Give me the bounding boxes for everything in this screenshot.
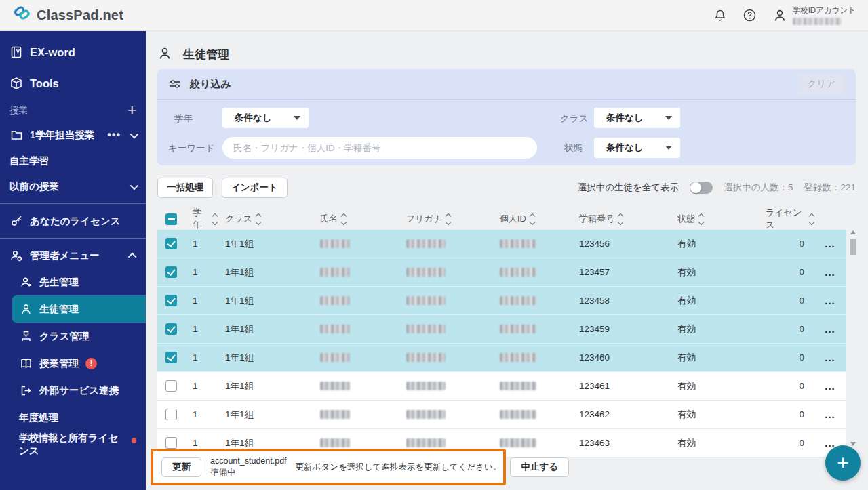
admin-icon	[9, 249, 23, 262]
row-menu-icon[interactable]: ...	[814, 323, 846, 335]
import-button[interactable]: インポート	[222, 178, 288, 198]
clear-filter-button[interactable]: クリア	[798, 74, 845, 94]
row-checkbox[interactable]	[165, 437, 177, 449]
sidebar-item-grade1-classes[interactable]: 1学年担当授業•••	[0, 122, 146, 148]
sidebar-item-ex-word[interactable]: EX-word	[0, 37, 146, 68]
more-options-icon[interactable]: •••	[107, 129, 121, 140]
class-icon	[19, 329, 33, 343]
scroll-up-arrow-icon[interactable]	[850, 230, 856, 234]
column-header[interactable]: クラス	[217, 213, 312, 225]
class-filter-label: クラス	[560, 113, 588, 125]
sort-icon[interactable]	[810, 214, 814, 224]
status-cell: 有効	[669, 266, 757, 279]
class-filter-select[interactable]: 条件なし	[594, 108, 680, 128]
column-header[interactable]: 個人ID	[492, 213, 571, 225]
row-checkbox[interactable]	[165, 238, 177, 249]
column-header[interactable]: ライセンス	[757, 207, 814, 231]
row-checkbox[interactable]	[165, 323, 177, 335]
bulk-action-button[interactable]: 一括処理	[157, 178, 213, 198]
notification-bell-icon[interactable]	[713, 8, 728, 23]
sort-icon[interactable]	[699, 214, 703, 224]
table-row[interactable]: 11年1組123460有効0...	[157, 344, 846, 372]
sort-icon[interactable]	[342, 214, 346, 224]
license-cell: 0	[757, 352, 814, 363]
table-row[interactable]: 11年1組123461有効0...	[157, 372, 846, 401]
furigana-cell-redacted	[398, 296, 492, 305]
account-menu[interactable]: 学校IDアカウント	[772, 5, 856, 25]
chevron-down-icon[interactable]	[130, 181, 139, 190]
add-student-fab[interactable]: +	[825, 445, 861, 481]
row-checkbox[interactable]	[165, 266, 177, 278]
help-icon[interactable]	[743, 8, 757, 23]
filter-panel: 絞り込み クリア 学年 条件なし クラス 条件なし キーワード 状態 条件なし	[157, 69, 856, 165]
scrollbar-thumb[interactable]	[850, 239, 856, 255]
sidebar-item-external-service[interactable]: 外部サービス連携	[0, 377, 146, 404]
select-all-checkbox[interactable]	[165, 213, 177, 225]
row-menu-icon[interactable]: ...	[814, 295, 846, 306]
grade-filter-select[interactable]: 条件なし	[222, 108, 309, 128]
column-header[interactable]: 氏名	[312, 213, 398, 225]
personal-id-cell-redacted	[492, 296, 571, 305]
status-filter-select[interactable]: 条件なし	[594, 138, 680, 158]
row-checkbox[interactable]	[165, 352, 177, 363]
sidebar-item-label: Tools	[30, 77, 59, 90]
sidebar-item-lesson-management[interactable]: 授業管理!	[0, 350, 146, 377]
show-selected-toggle[interactable]	[690, 182, 713, 194]
sort-icon[interactable]	[530, 214, 534, 224]
column-header[interactable]: 学籍番号	[571, 213, 669, 225]
student-number-cell: 123460	[571, 352, 669, 363]
table-row[interactable]: 11年1組123456有効0...	[157, 230, 846, 258]
table-row[interactable]: 11年1組123457有効0...	[157, 258, 846, 287]
row-checkbox[interactable]	[165, 295, 177, 306]
sidebar-item-your-license[interactable]: あなたのライセンス	[0, 208, 146, 234]
add-lesson-icon[interactable]: +	[127, 103, 136, 118]
cancel-export-button[interactable]: 中止する	[510, 457, 569, 477]
classpad-logo[interactable]: ClassPad.net	[12, 5, 123, 26]
table-row[interactable]: 11年1組123459有効0...	[157, 315, 846, 344]
row-checkbox[interactable]	[165, 380, 177, 392]
sidebar-item-self-study[interactable]: 自主学習	[0, 148, 146, 173]
table-row[interactable]: 11年1組123458有効0...	[157, 287, 846, 315]
row-menu-icon[interactable]: ...	[814, 352, 846, 363]
status-cell: 有効	[669, 238, 757, 250]
sidebar-item-tools[interactable]: Tools	[0, 68, 146, 99]
column-label: 個人ID	[500, 213, 526, 225]
class-cell: 1年1組	[217, 295, 312, 307]
row-checkbox[interactable]	[165, 409, 177, 420]
keyword-search-input[interactable]	[222, 137, 537, 159]
column-header[interactable]: フリガナ	[398, 213, 492, 225]
sidebar-item-label: 1学年担当授業	[30, 129, 94, 142]
row-menu-icon[interactable]: ...	[814, 380, 846, 392]
scroll-down-arrow-icon[interactable]	[850, 442, 856, 446]
row-menu-icon[interactable]: ...	[814, 409, 846, 420]
sidebar-item-admin-menu[interactable]: 管理者メニュー	[0, 243, 146, 268]
license-cell: 0	[757, 438, 814, 448]
page-title: 生徒管理	[157, 42, 856, 66]
sort-icon[interactable]	[446, 214, 450, 224]
chevron-down-icon[interactable]	[130, 129, 139, 138]
sidebar-item-year-processing[interactable]: 年度処理	[0, 404, 146, 431]
personal-id-cell-redacted	[492, 239, 571, 248]
table-row[interactable]: 11年1組123462有効0...	[157, 401, 846, 429]
sort-icon[interactable]	[618, 214, 623, 224]
personal-id-cell-redacted	[492, 353, 571, 362]
sort-icon[interactable]	[256, 214, 260, 224]
personal-id-cell-redacted	[492, 438, 571, 447]
sidebar-item-previous-lessons[interactable]: 以前の授業	[0, 173, 146, 199]
row-menu-icon[interactable]: ...	[814, 266, 846, 278]
sidebar-item-student-management[interactable]: 生徒管理	[12, 295, 146, 323]
column-header[interactable]: 学年	[184, 207, 217, 231]
account-name-redacted	[793, 18, 842, 25]
folder-icon	[9, 128, 23, 142]
row-menu-icon[interactable]: ...	[814, 238, 846, 249]
table-scrollbar[interactable]	[849, 230, 857, 446]
sidebar-item-class-management[interactable]: クラス管理	[0, 323, 146, 350]
column-header[interactable]: 状態	[669, 213, 757, 225]
sidebar-item-teacher-management[interactable]: 先生管理	[0, 268, 146, 295]
chevron-up-icon[interactable]	[128, 252, 137, 261]
sidebar-item-school-info-license[interactable]: 学校情報と所有ライセンス	[0, 431, 146, 458]
refresh-button[interactable]: 更新	[161, 457, 201, 477]
furigana-cell-redacted	[398, 353, 492, 362]
student-icon	[19, 302, 33, 316]
license-cell: 0	[757, 409, 814, 420]
